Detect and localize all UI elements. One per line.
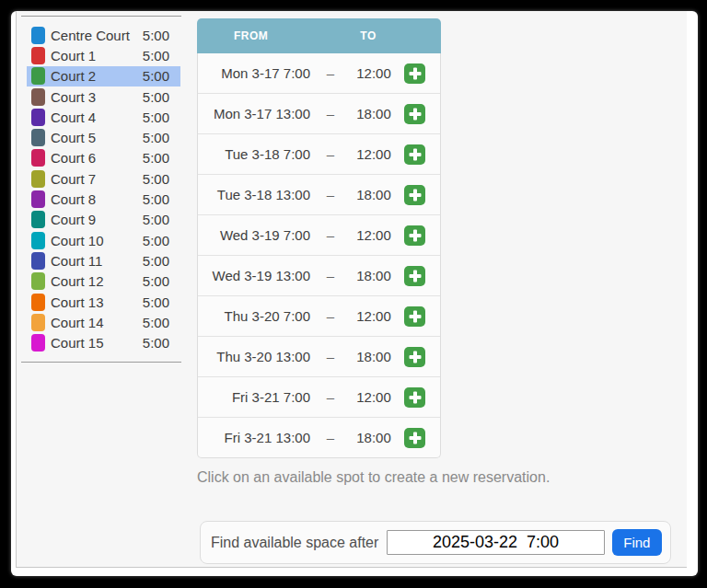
court-list-item[interactable]: Court 7 5:00 (27, 168, 180, 189)
court-color-swatch (31, 27, 45, 44)
slot-separator: – (310, 349, 351, 364)
slot-row[interactable]: Mon 3-17 13:00 – 18:00 (198, 94, 440, 134)
court-list-item[interactable]: Court 15 5:00 (27, 332, 180, 352)
court-time: 5:00 (143, 171, 169, 187)
slot-to: 18:00 (351, 106, 397, 121)
column-header-to: TO (360, 29, 376, 42)
slot-row[interactable]: Thu 3-20 13:00 – 18:00 (198, 337, 440, 377)
slots-table: FROM TO Mon 3-17 7:00 – 12:00 Mon 3-17 1… (197, 18, 441, 458)
court-color-swatch (31, 272, 45, 290)
datetime-input[interactable] (387, 530, 604, 555)
slot-separator: – (310, 268, 351, 283)
slot-from: Thu 3-20 7:00 (198, 308, 310, 324)
court-color-swatch (31, 88, 45, 106)
court-list-item[interactable]: Court 13 5:00 (27, 292, 180, 312)
court-list-item[interactable]: Court 10 5:00 (27, 230, 180, 250)
slot-from: Wed 3-19 7:00 (198, 227, 310, 243)
slot-row[interactable]: Wed 3-19 7:00 – 12:00 (198, 215, 440, 256)
add-reservation-button[interactable] (404, 306, 425, 327)
slot-row[interactable]: Mon 3-17 7:00 – 12:00 (198, 53, 440, 94)
slot-to: 12:00 (351, 65, 397, 81)
add-reservation-button[interactable] (404, 144, 425, 165)
slot-from: Tue 3-18 13:00 (198, 187, 310, 202)
schedule-column: FROM TO Mon 3-17 7:00 – 12:00 Mon 3-17 1… (197, 18, 676, 564)
court-label: Court 5 (51, 130, 96, 145)
court-list-item[interactable]: Court 11 5:00 (27, 250, 180, 271)
plus-icon (404, 63, 425, 84)
add-reservation-button[interactable] (404, 428, 425, 448)
court-label: Court 9 (51, 212, 96, 227)
court-list-item[interactable]: Court 12 5:00 (27, 271, 180, 292)
court-time: 5:00 (143, 150, 169, 166)
court-color-swatch (31, 334, 45, 352)
slot-separator: – (310, 187, 351, 202)
add-reservation-button[interactable] (404, 225, 425, 246)
slot-from: Wed 3-19 13:00 (198, 268, 310, 283)
slot-to: 12:00 (351, 389, 397, 405)
court-label: Centre Court (51, 28, 130, 43)
slot-to: 18:00 (351, 187, 397, 202)
find-form-panel: Find available space after Find (200, 521, 671, 564)
court-color-swatch (31, 47, 45, 64)
court-label: Court 7 (51, 171, 96, 187)
slot-to: 12:00 (351, 146, 397, 162)
court-label: Court 12 (51, 273, 104, 289)
slot-to: 18:00 (351, 268, 397, 283)
court-label: Court 13 (51, 294, 104, 310)
slot-row[interactable]: Fri 3-21 7:00 – 12:00 (198, 377, 440, 418)
court-color-swatch (31, 211, 45, 228)
court-list-item[interactable]: Court 14 5:00 (27, 312, 180, 332)
court-label: Court 14 (51, 315, 104, 330)
court-label: Court 6 (51, 150, 96, 166)
slot-from: Thu 3-20 13:00 (198, 349, 310, 364)
court-time: 5:00 (143, 48, 169, 63)
slot-separator: – (310, 227, 351, 243)
court-color-swatch (31, 129, 45, 146)
add-reservation-button[interactable] (404, 266, 425, 286)
court-color-swatch (31, 190, 45, 208)
slot-to: 12:00 (351, 308, 397, 324)
court-label: Court 8 (51, 191, 96, 207)
court-time: 5:00 (143, 28, 169, 43)
add-reservation-button[interactable] (404, 347, 425, 367)
court-list-item[interactable]: Court 9 5:00 (27, 210, 180, 230)
court-list-item[interactable]: Court 3 5:00 (27, 86, 180, 107)
court-time: 5:00 (143, 294, 169, 310)
slot-separator: – (310, 65, 351, 81)
slot-separator: – (310, 430, 351, 445)
court-list-item[interactable]: Court 6 5:00 (27, 148, 180, 168)
court-list-item[interactable]: Court 2 5:00 (27, 66, 180, 86)
plus-icon (404, 185, 425, 205)
slots-table-header: FROM TO (197, 18, 441, 53)
court-list-item[interactable]: Court 8 5:00 (27, 189, 180, 209)
slot-from: Mon 3-17 13:00 (198, 106, 310, 121)
slot-from: Tue 3-18 7:00 (198, 146, 310, 162)
plus-icon (404, 347, 425, 367)
add-reservation-button[interactable] (404, 63, 425, 84)
court-list-item[interactable]: Centre Court 5:00 (27, 25, 180, 45)
court-color-swatch (31, 314, 45, 331)
court-time: 5:00 (143, 273, 169, 289)
slot-row[interactable]: Fri 3-21 13:00 – 18:00 (198, 418, 440, 457)
plus-icon (404, 428, 425, 448)
find-button[interactable]: Find (612, 529, 662, 556)
slot-row[interactable]: Wed 3-19 13:00 – 18:00 (198, 256, 440, 296)
court-color-swatch (31, 109, 45, 126)
court-list-item[interactable]: Court 5 5:00 (27, 127, 180, 147)
slot-row[interactable]: Tue 3-18 13:00 – 18:00 (198, 175, 440, 215)
court-list: Centre Court 5:00 Court 1 5:00 Court 2 5… (21, 16, 181, 363)
court-label: Court 1 (51, 48, 96, 63)
slot-to: 12:00 (351, 227, 397, 243)
court-list-item[interactable]: Court 4 5:00 (27, 107, 180, 127)
add-reservation-button[interactable] (404, 185, 425, 205)
slot-separator: – (310, 106, 351, 121)
slot-row[interactable]: Thu 3-20 7:00 – 12:00 (198, 296, 440, 337)
plus-icon (404, 306, 425, 327)
add-reservation-button[interactable] (404, 387, 425, 408)
court-time: 5:00 (143, 89, 169, 105)
court-list-item[interactable]: Court 1 5:00 (27, 45, 180, 65)
find-form-label: Find available space after (211, 535, 378, 551)
slot-separator: – (310, 308, 351, 324)
slot-row[interactable]: Tue 3-18 7:00 – 12:00 (198, 134, 440, 175)
add-reservation-button[interactable] (404, 104, 425, 124)
